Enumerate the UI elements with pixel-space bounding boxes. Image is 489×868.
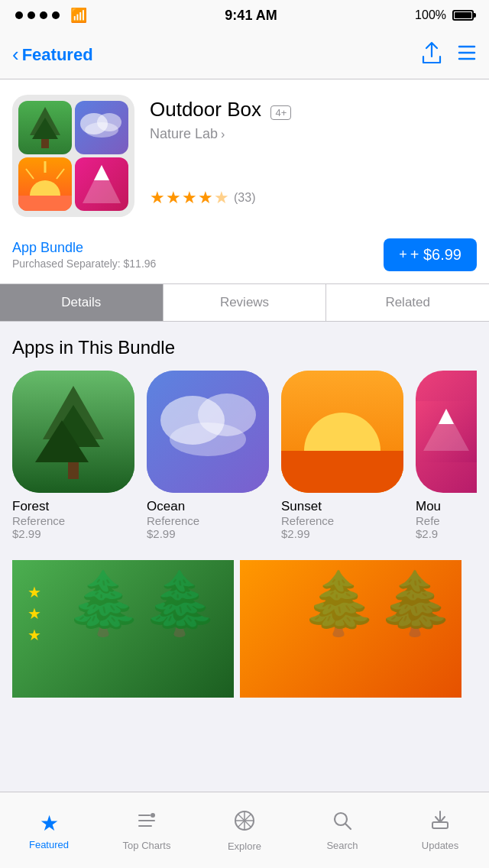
banner-trees-2-icon: 🌲🌲 (301, 568, 454, 640)
banner-stars: ★ ★ ★ (28, 583, 41, 644)
app-price-forest: $2.99 (12, 527, 41, 540)
signal-dot (28, 11, 35, 19)
featured-tab-icon: ★ (40, 811, 59, 836)
nav-bar: ‹ Featured (0, 31, 489, 79)
list-icon[interactable] (457, 44, 477, 66)
tab-related[interactable]: Related (326, 284, 489, 321)
rating-row: ★ ★ ★ ★ ★ (33) (150, 188, 477, 208)
svg-point-24 (170, 423, 246, 456)
list-item[interactable]: Sunset Reference $2.99 (281, 371, 403, 540)
signal-dot (15, 11, 23, 19)
explore-label: Explore (228, 840, 261, 852)
tab-explore[interactable]: Explore (196, 803, 293, 858)
svg-rect-42 (432, 822, 448, 828)
app-cat-mountain: Refe (416, 514, 440, 527)
svg-line-41 (346, 824, 351, 829)
price-button[interactable]: + + $6.99 (384, 238, 477, 271)
app-cat-forest: Reference (12, 514, 65, 527)
tab-top-charts[interactable]: Top Charts (98, 804, 196, 857)
svg-rect-10 (18, 196, 72, 211)
app-price-mountain: $2.9 (416, 527, 438, 540)
app-icon-sunset (281, 371, 403, 493)
app-icon-bundle (12, 95, 134, 217)
back-chevron-icon: ‹ (12, 43, 19, 66)
price-plus-icon: + (399, 247, 407, 263)
developer-name: Nature Lab (150, 126, 218, 142)
star-1: ★ (150, 188, 165, 208)
list-item[interactable]: Ocean Reference $2.99 (147, 371, 269, 540)
age-badge: 4+ (270, 105, 291, 120)
bundle-section-title: Apps in This Bundle (12, 337, 477, 358)
bundle-icon-forest (18, 101, 72, 154)
bottom-tab-bar: ★ Featured Top Charts Explore (0, 792, 489, 868)
bundle-icon-sunset (18, 157, 72, 211)
app-icon-ocean (147, 371, 269, 493)
status-right: 100% (415, 8, 474, 22)
tab-search[interactable]: Search (293, 804, 391, 857)
status-bar: 📶 9:41 AM 100% (0, 0, 489, 31)
app-name: Outdoor Box (150, 98, 261, 121)
tab-reviews[interactable]: Reviews (164, 284, 327, 321)
bundle-icon-mountain (75, 157, 128, 211)
tab-featured[interactable]: ★ Featured (0, 805, 98, 857)
price-row: App Bundle Purchased Separately: $11.96 … (0, 229, 489, 284)
battery-icon (452, 10, 474, 21)
app-icon-mountain (416, 371, 477, 493)
bundle-icon-ocean (75, 101, 128, 154)
updates-icon (429, 810, 451, 837)
featured-banner-2[interactable]: 🌲🌲 (240, 560, 461, 698)
developer-chevron-icon: › (221, 128, 225, 141)
star-rating: ★ ★ ★ ★ ★ (150, 188, 229, 208)
svg-line-12 (26, 169, 34, 179)
app-name-sunset: Sunset (281, 499, 322, 514)
price-label: + $6.99 (410, 246, 461, 264)
featured-tab-label: Featured (29, 839, 69, 850)
svg-point-34 (151, 813, 155, 818)
battery-level: 100% (415, 8, 446, 22)
search-label: Search (326, 840, 358, 851)
signal-bars: 📶 (15, 7, 87, 24)
detail-tabs: Details Reviews Related (0, 284, 489, 322)
svg-point-8 (85, 122, 118, 138)
app-name-mountain: Mou (416, 499, 441, 514)
back-label: Featured (22, 45, 93, 65)
app-name-ocean: Ocean (147, 499, 185, 514)
signal-dot (40, 11, 47, 19)
app-header: Outdoor Box 4+ Nature Lab › ★ ★ ★ ★ ★ (3… (12, 95, 477, 217)
app-name-row: Outdoor Box 4+ (150, 98, 477, 121)
app-info: Outdoor Box 4+ Nature Lab › ★ ★ ★ ★ ★ (3… (150, 95, 477, 208)
list-item[interactable]: Forest Reference $2.99 (12, 371, 134, 540)
app-icon-forest (12, 371, 134, 493)
list-item[interactable]: Mou Refe $2.9 (416, 371, 477, 540)
bundle-section: Apps in This Bundle (0, 322, 489, 705)
svg-rect-20 (68, 462, 79, 479)
wifi-icon: 📶 (70, 7, 87, 24)
bundle-label: App Bundle (12, 240, 156, 256)
star-2: ★ (166, 188, 181, 208)
developer-link[interactable]: Nature Lab › (150, 126, 477, 142)
svg-point-40 (335, 813, 347, 825)
nav-actions (422, 41, 477, 69)
back-button[interactable]: ‹ Featured (12, 43, 93, 66)
share-icon[interactable] (422, 41, 442, 69)
top-charts-label: Top Charts (123, 840, 171, 851)
star-4: ★ (198, 188, 213, 208)
battery-fill (455, 12, 471, 18)
svg-marker-15 (94, 165, 109, 180)
app-cat-ocean: Reference (147, 514, 199, 527)
search-icon (332, 810, 353, 837)
svg-rect-5 (41, 139, 49, 148)
svg-rect-27 (281, 451, 403, 493)
tab-details[interactable]: Details (0, 284, 164, 321)
top-charts-icon (136, 810, 157, 837)
status-time: 9:41 AM (225, 8, 277, 24)
star-3: ★ (182, 188, 197, 208)
featured-banners: ★ ★ ★ 🌲🌲 🌲🌲 (12, 560, 477, 698)
svg-line-13 (57, 169, 64, 179)
bundle-apps-list: Forest Reference $2.99 (12, 371, 477, 548)
explore-icon (233, 809, 256, 837)
purchased-separately: Purchased Separately: $11.96 (12, 257, 156, 270)
tab-updates[interactable]: Updates (391, 804, 489, 857)
featured-banner-1[interactable]: ★ ★ ★ 🌲🌲 (12, 560, 234, 698)
star-5: ★ (214, 188, 229, 208)
